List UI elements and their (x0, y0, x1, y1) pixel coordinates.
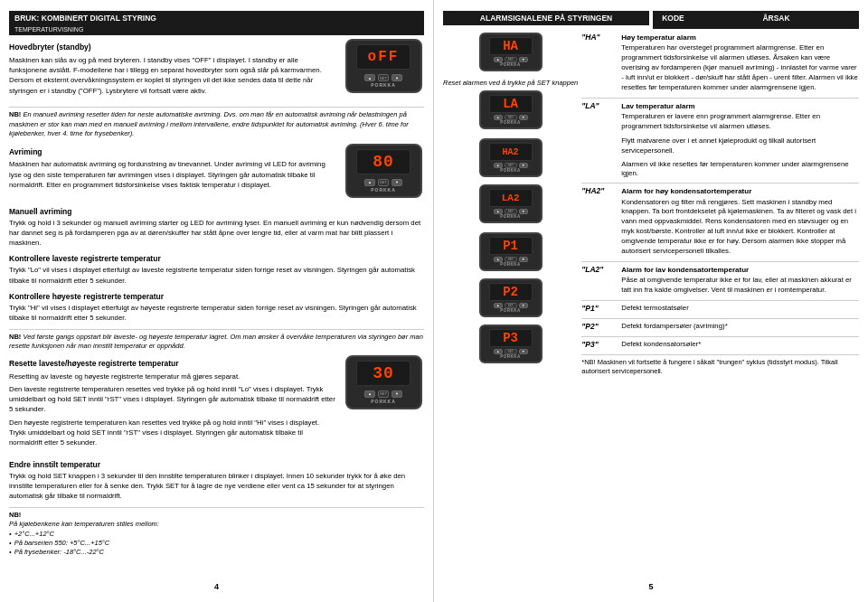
main-section-text: Hovedbryter (standby) Maskinen kan slås … (9, 39, 335, 99)
device3-btn-down[interactable]: ▼ (392, 390, 402, 398)
divider5 (581, 318, 859, 319)
nb1-text: En manuell avriming resetter tiden for n… (9, 110, 409, 137)
alarm-header: ALARMSIGNALENE PÅ STYRINGEN (443, 11, 649, 25)
right-page: ALARMSIGNALENE PÅ STYRINGEN KODE ÅRSAK H… (434, 0, 868, 602)
ha2-text: Kondensatoren og filter må rengjøres. Se… (621, 198, 859, 257)
kontrollere-hoyeste-body: Trykk "Hi" vil vises i displayet etterfu… (9, 303, 424, 324)
flytt-text: Flytt matvarene over i et annet kjølepro… (621, 136, 859, 156)
device2-btn-set[interactable]: SET (378, 179, 389, 186)
nb1-section: NB! En manuell avriming resetter tiden f… (9, 107, 424, 139)
arsak-header: ÅRSAK (693, 11, 859, 29)
page: BRUK: KOMBINERT DIGITAL STYRING TEMPERAT… (0, 0, 868, 602)
left-header: BRUK: KOMBINERT DIGITAL STYRING TEMPERAT… (9, 11, 424, 39)
p3-title: Defekt kondensatorsøler* (621, 340, 859, 350)
ha-arsak: Høy temperatur alarm Temperaturen har ov… (621, 33, 859, 93)
p2-arsak: Defekt fordampersøler (avriming)* (621, 322, 859, 332)
divider1 (581, 98, 859, 99)
nb3-item3: •På frysebenker: -18°C...-22°C (9, 548, 424, 557)
endre-innstilt-section: Endre innstilt temperatur Trykk og hold … (9, 456, 424, 504)
alarm-device-p3: P3 ▲ SET ▼ PORKKA (479, 325, 542, 363)
p1-arsak: Defekt termostatsøler (621, 304, 859, 314)
ha2-code: "HA2" (581, 186, 616, 195)
p1-device-brand: PORKKA (500, 262, 521, 267)
kontrollere-laveste-title: Kontrollere laveste registrerte temperat… (9, 254, 424, 263)
alarm-devices-col: HA ▲ SET ▼ PORKKA Reset alarmen ved å tr… (443, 33, 578, 377)
device2-display: 80 (356, 149, 410, 174)
device3-btn-set[interactable]: SET (378, 390, 389, 398)
alarm-row-la2: "LA2" Alarm for lav kondensatortemperatu… (581, 265, 859, 296)
divider6 (581, 336, 859, 337)
left-page: BRUK: KOMBINERT DIGITAL STYRING TEMPERAT… (0, 0, 434, 602)
la2-text: Påse at omgivende temperatur ikke er for… (621, 276, 859, 296)
kontrollere-hoyeste-title: Kontrollere høyeste registrerte temperat… (9, 292, 424, 301)
p1-title: Defekt termostatsøler (621, 304, 859, 314)
device3-container: 30 ▲ SET ▼ PORKKA (343, 355, 424, 451)
la2-title: Alarm for lav kondensatortemperatur (621, 265, 859, 275)
device3-box: 30 ▲ SET ▼ PORKKA (345, 355, 422, 409)
kontrollere-laveste-body: Trykk "Lo" vil vises i displayet etterfu… (9, 265, 424, 286)
alarm-row-ha: "HA" Høy temperatur alarm Temperaturen h… (581, 33, 859, 93)
resette-body3: Den høyeste registrerte temperaturen kan… (9, 418, 335, 448)
avriming-body: Maskinen har automatisk avriming og ford… (9, 159, 335, 190)
resette-body1: Resetting av laveste og høyeste registre… (9, 372, 335, 381)
manuell-avriming-section: Manuell avriming Trykk og hold i 3 sekun… (9, 203, 424, 251)
device1-brand: PORKKA (371, 82, 396, 88)
p1-code: "P1" (581, 304, 616, 313)
ha2-device-brand: PORKKA (500, 168, 521, 173)
avriming-text: Avriming Maskinen har automatisk avrimin… (9, 144, 335, 198)
device3-btn-up[interactable]: ▲ (364, 390, 375, 398)
device3-brand: PORKKA (371, 399, 396, 404)
alarm-display-la: LA (489, 95, 533, 113)
nb3-intro: På kjølebenkene kan temperaturen stilles… (9, 520, 424, 530)
divider4 (581, 300, 859, 301)
la-title: Lav temperatur alarm (621, 101, 859, 111)
ha-text: Temperaturen har oversteget programmert … (621, 43, 859, 93)
la-arsak: Lav temperatur alarm Temperaturen er lav… (621, 101, 859, 132)
nb2-section: NB! Ved første gangs oppstart blir laves… (9, 329, 424, 352)
ha-title: Høy temperatur alarm (621, 33, 859, 42)
right-main-content: HA ▲ SET ▼ PORKKA Reset alarmen ved å tr… (443, 33, 859, 377)
resette-body2: Den laveste registrerte temperaturen res… (9, 384, 335, 415)
device2-btn-up[interactable]: ▲ (364, 179, 375, 186)
divider2 (581, 183, 859, 183)
ha2-title: Alarm for høy kondensatortemperatur (621, 186, 859, 196)
alarm-device-p2: P2 ▲ SET ▼ PORKKA (479, 278, 542, 317)
p2-title: Defekt fordampersøler (avriming)* (621, 322, 859, 332)
device1-btn-set[interactable]: SET (378, 74, 389, 81)
nb3-item1: •+2°C...+12°C (9, 530, 424, 539)
endre-innstilt-title: Endre innstilt temperatur (9, 460, 424, 469)
divider3 (581, 261, 859, 262)
device1-container: oFF ▲ SET ▼ PORKKA (343, 39, 424, 99)
alarm-display-p3: P3 (489, 329, 533, 347)
nb3-item2: •På barserien 550: +5°C...+15°C (9, 539, 424, 548)
nb2-label: NB! (9, 333, 21, 341)
resette-section: Resette laveste/høyeste registrerte temp… (9, 355, 424, 451)
left-header-line2: TEMPERATURVISNING (9, 25, 424, 35)
alarm-display-p2: P2 (489, 283, 533, 301)
alarm-display-ha: HA (489, 37, 533, 55)
kontrollere-laveste-section: Kontrollere laveste registrerte temperat… (9, 250, 424, 288)
resette-text: Resette laveste/høyeste registrerte temp… (9, 355, 335, 451)
alarm-row-p3: "P3" Defekt kondensatorsøler* (581, 340, 859, 350)
la-text: Temperaturen er lavere enn programmert a… (621, 112, 859, 132)
left-top-section: Hovedbryter (standby) Maskinen kan slås … (9, 39, 424, 99)
device1-btn-down[interactable]: ▼ (392, 74, 402, 81)
alarm-row-la: "LA" Lav temperatur alarm Temperaturen e… (581, 101, 859, 132)
avriming-section: Avriming Maskinen har automatisk avrimin… (9, 144, 424, 198)
alarm-device-p1: P1 ▲ SET ▼ PORKKA (479, 232, 542, 271)
device1-display: oFF (356, 44, 410, 70)
alarm-row-ha2: "HA2" Alarm for høy kondensatortemperatu… (581, 186, 859, 257)
la-device-brand: PORKKA (500, 120, 521, 125)
nb3-label: NB! (9, 511, 21, 519)
p3-code: "P3" (581, 340, 616, 349)
kode-arsak-column: "HA" Høy temperatur alarm Temperaturen h… (581, 33, 859, 377)
kontrollere-hoyeste-section: Kontrollere høyeste registrerte temperat… (9, 288, 424, 326)
reset-label: Reset alarmen ved å trykke på SET knappe… (443, 79, 578, 87)
left-header-line1: BRUK: KOMBINERT DIGITAL STYRING (9, 11, 424, 25)
avriming-title: Avriming (9, 147, 335, 158)
nb2-text: Ved første gangs oppstart blir laveste- … (9, 333, 423, 351)
device2-btn-down[interactable]: ▼ (392, 179, 402, 186)
manuell-avriming-body: Trykk og hold i 3 sekunder og manuell av… (9, 218, 424, 249)
device1-btn-up[interactable]: ▲ (364, 74, 375, 81)
alarm-display-p1: P1 (489, 237, 533, 255)
